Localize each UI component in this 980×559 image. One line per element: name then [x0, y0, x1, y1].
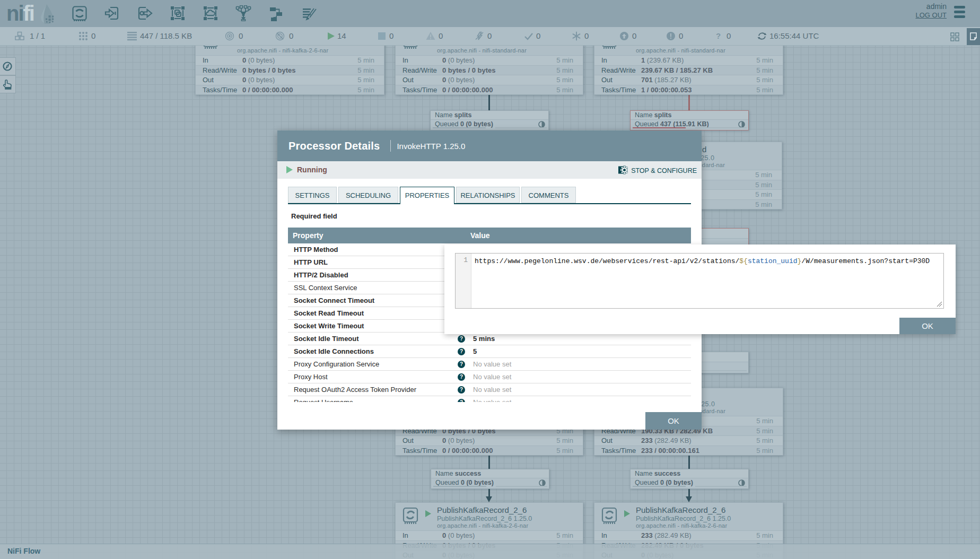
svg-text:?: ? — [716, 31, 721, 40]
